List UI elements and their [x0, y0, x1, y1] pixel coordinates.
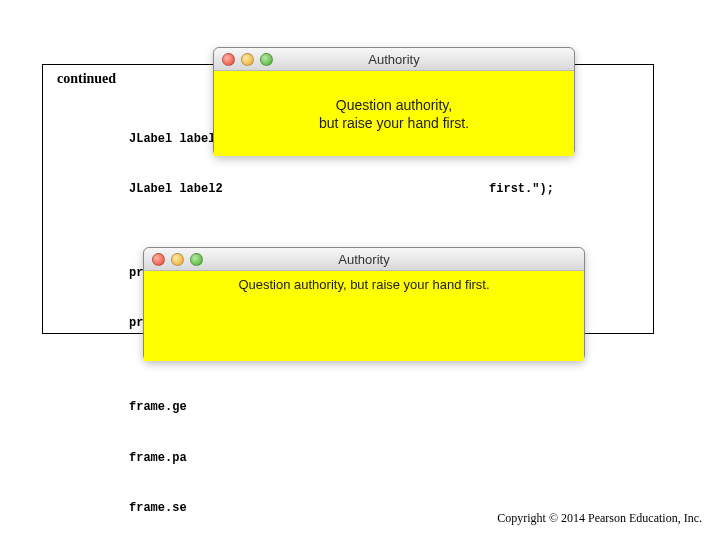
authority-window-wide: Authority Question authority, but raise …	[143, 247, 585, 361]
window-content-panel: Question authority, but raise your hand …	[214, 71, 574, 156]
code-line: JLabel label2 first.");	[57, 181, 639, 198]
label-text: Question authority, but raise your hand …	[238, 277, 489, 292]
window-titlebar: Authority	[214, 48, 574, 71]
window-title: Authority	[214, 52, 574, 67]
label-text: but raise your hand first.	[319, 115, 469, 131]
window-content-panel: Question authority, but raise your hand …	[144, 271, 584, 361]
code-line: frame.pa	[57, 450, 639, 467]
authority-window-small: Authority Question authority, but raise …	[213, 47, 575, 156]
label-text: Question authority,	[336, 97, 452, 113]
copyright-text: Copyright © 2014 Pearson Education, Inc.	[497, 511, 702, 526]
code-line: frame.ge	[57, 399, 639, 416]
window-title: Authority	[144, 252, 584, 267]
window-titlebar: Authority	[144, 248, 584, 271]
